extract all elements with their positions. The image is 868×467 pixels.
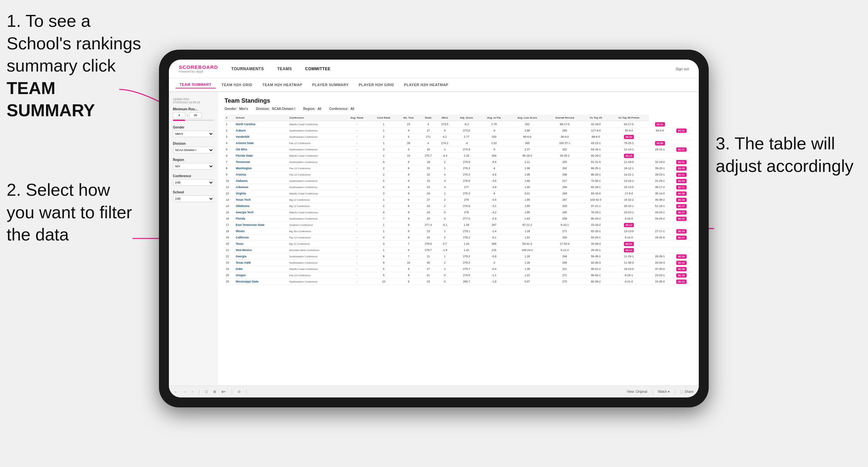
filter-min-input[interactable]	[173, 112, 185, 118]
cell-conf-rank: 5	[370, 272, 397, 279]
cell-school[interactable]: Tennessee	[235, 159, 288, 165]
table-gender-filter: Gender: Men's	[224, 107, 248, 111]
nav-links: TOURNAMENTS TEAMS COMMITTEE	[231, 67, 675, 71]
tab-team-h2h-heatmap[interactable]: TEAM H2H HEATMAP	[258, 82, 306, 88]
tab-team-h2h-grid[interactable]: TEAM H2H GRID	[218, 82, 256, 88]
cell-wins: 4	[436, 216, 453, 222]
filter-slider[interactable]	[173, 120, 214, 121]
score-badge: 80.27	[676, 236, 686, 240]
tab-player-h2h-heatmap[interactable]: PLAYER H2H HEATMAP	[400, 82, 453, 88]
table-row: 22GeorgiaSoutheastern Conference-8721127…	[224, 253, 692, 260]
filter-conference-select[interactable]: (All)	[173, 179, 214, 186]
cell-school[interactable]: Texas Tech	[235, 197, 288, 203]
logo-text: SCOREBOARD	[179, 64, 218, 70]
cell-school[interactable]: Arizona	[235, 172, 288, 178]
filter-max-input[interactable]	[189, 112, 202, 118]
cell-school[interactable]: Washington	[235, 165, 288, 172]
cell-conference: Southeastern Conference	[288, 253, 343, 260]
toolbar-up[interactable]: ↑	[191, 390, 193, 394]
filter-gender-select[interactable]: Men's	[173, 130, 214, 137]
cell-overall: 270	[547, 279, 583, 285]
filter-school-label: School	[173, 190, 214, 194]
tab-player-summary[interactable]: PLAYER SUMMARY	[308, 82, 353, 88]
cell-avg-low: 87-21-2	[508, 222, 546, 228]
cell-adj-score: 277.5	[453, 216, 480, 222]
cell-overall: 9-10-1	[547, 222, 583, 228]
cell-school[interactable]: Duke	[235, 266, 288, 272]
cell-wins: 2	[436, 203, 453, 209]
cell-school[interactable]: Arkansas	[235, 184, 288, 190]
cell-school[interactable]: Virginia	[235, 190, 288, 197]
cell-avg-to-par: -0.4	[480, 266, 508, 272]
cell-wins: 0.7	[436, 241, 453, 247]
table-row: 9ArizonaPac-12 Conference-28234276.3-4.6…	[224, 172, 692, 178]
cell-wins: -5.1	[436, 222, 453, 228]
cell-school[interactable]: Auburn	[235, 127, 288, 134]
cell-vs-top50: 23-13-0	[609, 184, 649, 190]
cell-avg-to-par: -4	[480, 127, 508, 134]
cell-school[interactable]: Illinois	[235, 228, 288, 235]
cell-conf-rank: 1	[370, 127, 397, 134]
cell-school[interactable]: East Tennessee State	[235, 222, 288, 228]
nav-tournaments[interactable]: TOURNAMENTS	[231, 67, 264, 71]
cell-conference: Southeastern Conference	[288, 216, 343, 222]
view-original-button[interactable]: View: Original	[627, 390, 647, 394]
sign-out-button[interactable]: Sign out	[676, 67, 689, 71]
watch-button[interactable]: Watch ▾	[658, 390, 670, 394]
cell-wins: 3	[436, 184, 453, 190]
cell-school[interactable]: North Carolina	[235, 121, 288, 127]
cell-school[interactable]: California	[235, 235, 288, 241]
toolbar-add[interactable]: ⊕+	[221, 390, 226, 394]
filter-division-select[interactable]: NCAA Division I	[173, 147, 214, 153]
cell-rnds: 24	[420, 216, 436, 222]
nav-teams[interactable]: TEAMS	[277, 67, 292, 71]
toolbar-clock[interactable]: ⊙	[238, 390, 241, 394]
cell-conference: Southeastern Conference	[288, 127, 343, 134]
filter-region-label: Region	[173, 158, 214, 162]
cell-school[interactable]: Ole Miss	[235, 146, 288, 153]
cell-school[interactable]: Oregon	[235, 272, 288, 279]
cell-conf-rank: 1	[370, 228, 397, 235]
cell-avg-to-par: -4.2	[480, 209, 508, 216]
cell-school[interactable]: Alabama	[235, 178, 288, 184]
cell-school[interactable]: Florida	[235, 216, 288, 222]
cell-avg-to-par: -2	[480, 260, 508, 266]
cell-avg-rank: -	[344, 247, 370, 253]
cell-conference: Southern Conference	[288, 222, 343, 228]
cell-school[interactable]: Mississippi State	[235, 279, 288, 285]
cell-vs-top25: 43-23-1	[583, 140, 609, 146]
cell-vs-top50: 30-15-1	[609, 203, 649, 209]
toolbar-grid[interactable]: ⬡	[205, 390, 208, 394]
toolbar-share-grid[interactable]: ⊞	[213, 390, 216, 394]
cell-rank: 25	[224, 272, 235, 279]
cell-points: 85.58	[649, 140, 671, 146]
cell-school[interactable]: Texas	[235, 241, 288, 247]
cell-school[interactable]: Georgia	[235, 253, 288, 260]
cell-school[interactable]: New Mexico	[235, 247, 288, 253]
cell-school[interactable]: Texas A&M	[235, 260, 288, 266]
cell-avg-low: 1.86	[508, 178, 546, 184]
table-row: 15Georgia TechAtlantic Coast Conference-…	[224, 209, 692, 216]
update-time: Update time: 27/03/2024 16:56:26	[173, 97, 214, 104]
cell-school[interactable]: Florida State	[235, 153, 288, 159]
cell-school[interactable]: Vanderbilt	[235, 134, 288, 140]
nav-committee[interactable]: COMMITTEE	[305, 67, 331, 71]
cell-school[interactable]: Georgia Tech	[235, 209, 288, 216]
cell-avg-low: 1.85	[508, 203, 546, 209]
toolbar-forward[interactable]: →	[183, 390, 186, 394]
tab-player-h2h-grid[interactable]: PLAYER H2H GRID	[355, 82, 398, 88]
share-button[interactable]: ⬚ Share	[680, 390, 693, 394]
table-row: 11ArkansasSoutheastern Conference-682332…	[224, 184, 692, 190]
filter-school-select[interactable]: (All)	[173, 195, 214, 202]
cell-14: 35-14-0	[649, 190, 671, 197]
cell-vs-top25: 63-15-1	[583, 146, 609, 153]
cell-rnds: 23	[420, 172, 436, 178]
cell-points: 80.34	[671, 197, 692, 203]
cell-school[interactable]: Arizona State	[235, 140, 288, 146]
tablet-device: SCOREBOARD Powered by clippd TOURNAMENTS…	[159, 50, 709, 407]
filter-region-select[interactable]: N/A	[173, 163, 214, 169]
toolbar-back[interactable]: ←	[174, 390, 178, 394]
tab-team-summary[interactable]: TEAM SUMMARY	[176, 81, 216, 88]
cell-school[interactable]: Oklahoma	[235, 203, 288, 209]
cell-points: 89.11	[649, 121, 671, 127]
